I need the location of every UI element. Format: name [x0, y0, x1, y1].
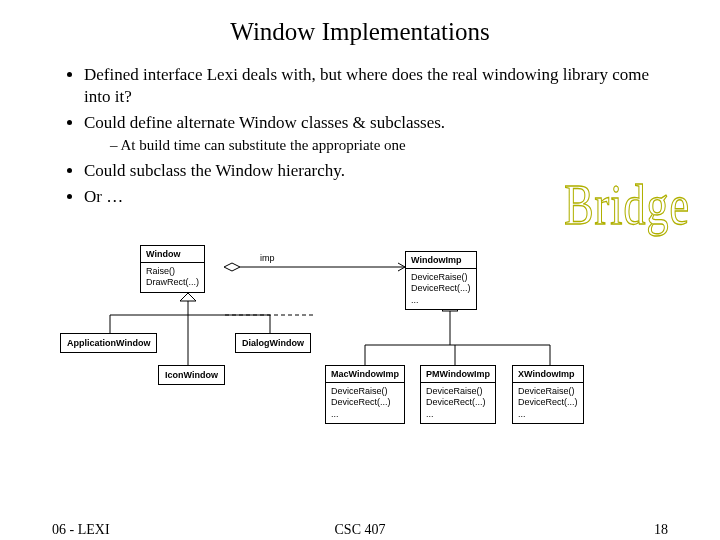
svg-marker-0 [224, 263, 240, 271]
uml-window-ops: Raise() DrawRect(...) [141, 263, 204, 292]
uml-iconwindow: IconWindow [158, 365, 225, 385]
uml-pm-ops: DeviceRaise() DeviceRect(...) ... [421, 383, 495, 423]
uml-x-ops: DeviceRaise() DeviceRect(...) ... [513, 383, 583, 423]
bullet-1: Defined interface Lexi deals with, but w… [84, 64, 670, 108]
uml-mac-ops: DeviceRaise() DeviceRect(...) ... [326, 383, 404, 423]
bullet-2-text: Could define alternate Window classes & … [84, 113, 445, 132]
bridge-wordart: Bridge [564, 172, 690, 238]
uml-x-name: XWindowImp [513, 366, 583, 383]
bullet-2: Could define alternate Window classes & … [84, 112, 670, 156]
bullet-2-sub-1: At build time can substitute the appropr… [110, 136, 670, 156]
uml-dialogwindow: DialogWindow [235, 333, 311, 353]
footer-mid: CSC 407 [0, 522, 720, 538]
uml-mac-name: MacWindowImp [326, 366, 404, 383]
uml-appwindow: ApplicationWindow [60, 333, 157, 353]
uml-imp-label: imp [260, 253, 275, 263]
svg-marker-2 [180, 293, 196, 301]
uml-windowimp-name: WindowImp [406, 252, 476, 269]
uml-windowimp-ops: DeviceRaise() DeviceRect(...) ... [406, 269, 476, 309]
slide-title: Window Implementations [50, 18, 670, 46]
uml-pm-name: PMWindowImp [421, 366, 495, 383]
uml-window-name: Window [141, 246, 204, 263]
footer-right: 18 [654, 522, 668, 538]
